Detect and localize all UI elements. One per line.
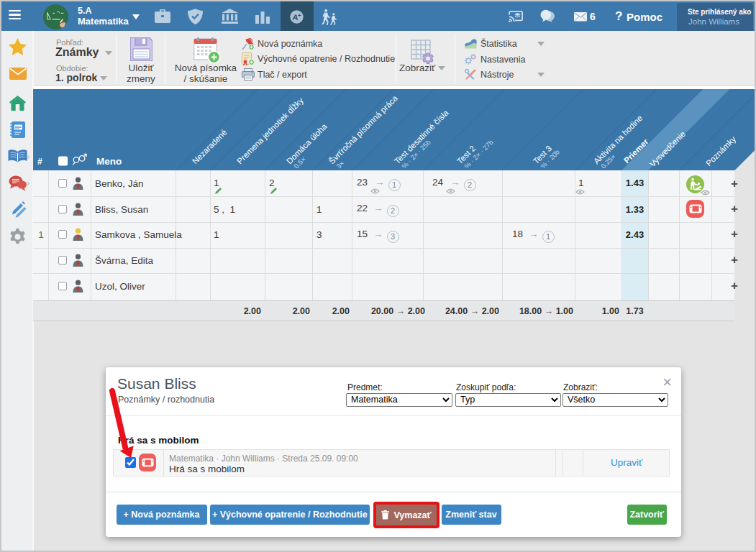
svg-text:+: + — [298, 12, 301, 18]
svg-text:Meno: Meno — [96, 156, 122, 167]
svg-text:#: # — [37, 157, 42, 167]
